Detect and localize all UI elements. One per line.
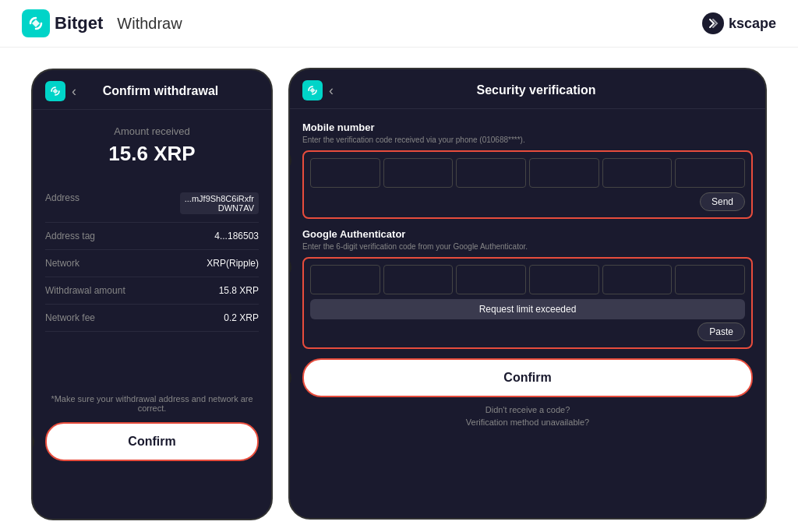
- bitget-brand-name: Bitget: [55, 13, 103, 33]
- mobile-code-box-6[interactable]: [675, 158, 745, 188]
- step-18-badge: 18: [288, 150, 291, 171]
- request-limit-toast: Request limit exceeded: [310, 299, 745, 319]
- auth-code-box-1[interactable]: [310, 265, 380, 294]
- mobile-section-desc: Enter the verification code received via…: [302, 136, 753, 144]
- security-content: Mobile number Enter the verification cod…: [290, 109, 765, 442]
- row-label: Network fee: [45, 312, 95, 323]
- page-title: Withdraw: [117, 15, 182, 33]
- mobile-code-box-2[interactable]: [383, 158, 454, 188]
- main-content: ‹ Confirm withdrawal Amount received 15.…: [0, 48, 798, 532]
- mobile-section-title: Mobile number: [302, 122, 753, 133]
- table-row: Network XRP(Ripple): [45, 250, 259, 277]
- auth-code-input-row: [310, 265, 745, 294]
- auth-code-box-3[interactable]: [456, 265, 526, 294]
- row-label: Network: [45, 258, 79, 269]
- row-value: 0.2 XRP: [224, 312, 259, 323]
- right-confirm-button[interactable]: Confirm: [302, 358, 753, 397]
- mobile-section-wrapper: Mobile number Enter the verification cod…: [302, 122, 753, 219]
- row-value: XRP(Ripple): [207, 258, 259, 269]
- bitget-icon: [22, 9, 50, 37]
- mobile-code-box-1[interactable]: [310, 158, 380, 188]
- warning-text: *Make sure your withdrawal address and n…: [45, 394, 259, 413]
- amount-value: 15.6 XRP: [45, 142, 259, 166]
- right-confirm-wrapper: Confirm 20: [302, 358, 753, 397]
- right-phone-header: ‹ Security verification: [290, 69, 765, 109]
- withdrawal-content: Amount received 15.6 XRP Address ...mJf9…: [33, 110, 271, 477]
- row-label: Address: [45, 192, 79, 203]
- right-screen-title: Security verification: [340, 83, 733, 97]
- authenticator-section-desc: Enter the 6-digit verification code from…: [302, 242, 753, 251]
- header-left: Bitget Withdraw: [22, 9, 182, 37]
- detail-rows: Address ...mJf9Sh8C6iRxfrDWN7AV Address …: [45, 185, 259, 332]
- authenticator-section-wrapper: Google Authenticator Enter the 6-digit v…: [302, 228, 753, 349]
- kscape-logo: kscape: [702, 12, 776, 34]
- row-value: 15.8 XRP: [219, 285, 259, 296]
- auth-code-box-6[interactable]: [675, 265, 745, 294]
- auth-code-box-5[interactable]: [602, 265, 673, 294]
- mobile-code-box-3[interactable]: [456, 158, 526, 188]
- auth-code-box-2[interactable]: [383, 265, 454, 294]
- mobile-code-section: Send: [302, 150, 753, 219]
- row-label: Withdrawal amount: [45, 285, 125, 296]
- didnt-receive-link[interactable]: Didn't receive a code?: [302, 405, 753, 414]
- right-back-icon[interactable]: ‹: [329, 83, 334, 99]
- right-panel: ‹ Security verification Mobile number En…: [288, 68, 767, 520]
- row-label: Address tag: [45, 231, 95, 241]
- right-phone-logo: [302, 80, 323, 100]
- paste-button[interactable]: Paste: [697, 322, 745, 341]
- left-confirm-button[interactable]: Confirm: [45, 422, 259, 461]
- bottom-links: Didn't receive a code? Verification meth…: [302, 405, 753, 427]
- authenticator-code-section: Request limit exceeded Paste: [302, 257, 753, 349]
- paste-btn-wrapper: Paste: [310, 322, 745, 341]
- bitget-logo: Bitget: [22, 9, 103, 37]
- table-row: Address ...mJf9Sh8C6iRxfrDWN7AV: [45, 185, 259, 223]
- left-back-icon[interactable]: ‹: [72, 83, 76, 100]
- kscape-brand-name: kscape: [729, 16, 776, 32]
- amount-section: Amount received 15.6 XRP: [45, 125, 259, 166]
- verification-unavailable-link[interactable]: Verification method unavailable?: [302, 417, 753, 427]
- left-panel: ‹ Confirm withdrawal Amount received 15.…: [31, 68, 273, 520]
- left-phone-mockup: ‹ Confirm withdrawal Amount received 15.…: [31, 69, 273, 520]
- authenticator-section-title: Google Authenticator: [302, 228, 753, 240]
- step-19-badge: 19: [288, 256, 291, 278]
- send-button[interactable]: Send: [700, 192, 745, 211]
- row-value: 4...186503: [214, 231, 259, 241]
- mobile-code-box-4[interactable]: [529, 158, 599, 188]
- left-screen-title: Confirm withdrawal: [83, 84, 238, 98]
- mobile-code-box-5[interactable]: [602, 158, 673, 188]
- table-row: Withdrawal amount 15.8 XRP: [45, 277, 259, 305]
- kscape-icon: [702, 12, 724, 34]
- step-17-badge: 17: [31, 431, 34, 453]
- auth-code-box-4[interactable]: [529, 265, 599, 294]
- right-phone-mockup: ‹ Security verification Mobile number En…: [288, 68, 767, 520]
- table-row: Address tag 4...186503: [45, 223, 259, 250]
- step-20-badge: 20: [288, 367, 291, 389]
- mobile-code-input-row: [310, 158, 745, 188]
- send-btn-wrapper: Send: [310, 192, 745, 211]
- row-value: ...mJf9Sh8C6iRxfrDWN7AV: [180, 192, 259, 214]
- amount-label: Amount received: [45, 125, 259, 137]
- left-phone-header: ‹ Confirm withdrawal: [33, 70, 271, 110]
- left-phone-logo: [45, 81, 65, 101]
- page-header: Bitget Withdraw kscape: [0, 0, 798, 48]
- table-row: Network fee 0.2 XRP: [45, 305, 259, 332]
